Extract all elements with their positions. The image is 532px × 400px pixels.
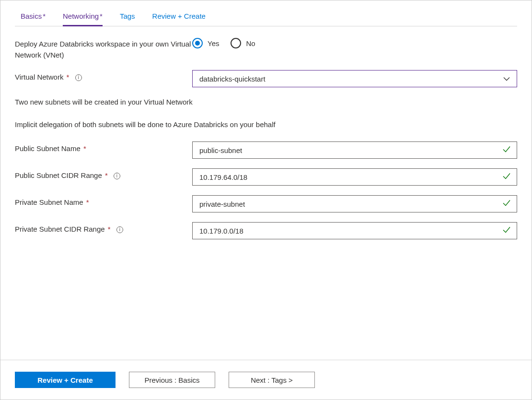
tab-basics[interactable]: Basics* [21, 12, 46, 26]
radio-icon [192, 38, 203, 48]
check-icon [502, 146, 511, 155]
required-marker: * [105, 171, 108, 179]
public-subnet-name-input[interactable]: public-subnet [192, 141, 517, 159]
public-subnet-cidr-value: 10.179.64.0/18 [199, 173, 247, 181]
row-private-subnet-cidr: Private Subnet CIDR Range * i 10.179.0.0… [15, 222, 517, 239]
review-create-button[interactable]: Review + Create [15, 372, 116, 388]
deploy-vnet-label: Deploy Azure Databricks workspace in you… [15, 37, 192, 60]
virtual-network-label: Virtual Network [15, 73, 63, 81]
info-icon[interactable]: i [75, 74, 82, 81]
required-marker: * [100, 12, 103, 20]
radio-label: Yes [208, 39, 219, 47]
chevron-down-icon [503, 75, 510, 83]
required-marker: * [43, 12, 46, 20]
public-subnet-cidr-input[interactable]: 10.179.64.0/18 [192, 168, 517, 186]
tab-label: Review + Create [152, 12, 206, 20]
page-frame: Basics* Networking* Tags Review + Create… [0, 0, 532, 400]
row-public-subnet-cidr: Public Subnet CIDR Range * i 10.179.64.0… [15, 168, 517, 186]
previous-button[interactable]: Previous : Basics [129, 372, 215, 388]
virtual-network-label-col: Virtual Network * i [15, 70, 192, 83]
required-marker: * [83, 144, 86, 153]
virtual-network-value: databricks-quickstart [199, 75, 266, 83]
info-icon[interactable]: i [116, 226, 123, 233]
private-subnet-name-value: private-subnet [199, 200, 245, 208]
private-subnet-name-label: Private Subnet Name [15, 198, 83, 206]
deploy-vnet-yes[interactable]: Yes [192, 38, 219, 48]
subnet-info-1: Two new subnets will be created in your … [15, 97, 517, 108]
check-icon [502, 173, 511, 182]
row-private-subnet-name: Private Subnet Name * private-subnet [15, 195, 517, 212]
row-virtual-network: Virtual Network * i databricks-quickstar… [15, 70, 517, 87]
tab-label: Tags [120, 12, 135, 20]
private-subnet-cidr-label-col: Private Subnet CIDR Range * i [15, 222, 192, 235]
row-public-subnet-name: Public Subnet Name * public-subnet [15, 141, 517, 159]
tab-review-create[interactable]: Review + Create [152, 12, 206, 26]
row-deploy-vnet: Deploy Azure Databricks workspace in you… [15, 37, 517, 60]
form-body: Deploy Azure Databricks workspace in you… [15, 26, 517, 239]
private-subnet-name-input[interactable]: private-subnet [192, 195, 517, 212]
tab-bar: Basics* Networking* Tags Review + Create [15, 0, 517, 26]
private-subnet-cidr-input[interactable]: 10.179.0.0/18 [192, 222, 517, 239]
private-subnet-name-label-col: Private Subnet Name * [15, 195, 192, 208]
public-subnet-name-label: Public Subnet Name [15, 144, 81, 153]
public-subnet-name-value: public-subnet [199, 146, 242, 154]
deploy-vnet-no[interactable]: No [231, 38, 255, 48]
required-marker: * [108, 225, 111, 233]
tab-networking[interactable]: Networking* [63, 12, 103, 26]
deploy-vnet-radio-group: Yes No [192, 37, 517, 48]
public-subnet-cidr-label-col: Public Subnet CIDR Range * i [15, 168, 192, 181]
previous-label: Previous : Basics [144, 376, 199, 384]
virtual-network-select[interactable]: databricks-quickstart [192, 70, 517, 87]
subnet-info-2: Implicit delegation of both subnets will… [15, 119, 517, 130]
radio-label: No [246, 39, 255, 47]
next-button[interactable]: Next : Tags > [229, 372, 315, 388]
footer-bar: Review + Create Previous : Basics Next :… [0, 360, 532, 400]
public-subnet-name-label-col: Public Subnet Name * [15, 141, 192, 154]
check-icon [502, 226, 511, 235]
private-subnet-cidr-label: Private Subnet CIDR Range [15, 225, 105, 233]
tab-label: Basics [21, 12, 42, 20]
check-icon [502, 200, 511, 209]
required-marker: * [67, 73, 69, 81]
required-marker: * [86, 198, 89, 206]
tab-label: Networking [63, 12, 99, 20]
radio-icon [231, 38, 241, 48]
next-label: Next : Tags > [251, 376, 293, 384]
info-icon[interactable]: i [114, 173, 120, 179]
tab-tags[interactable]: Tags [120, 12, 135, 26]
public-subnet-cidr-label: Public Subnet CIDR Range [15, 171, 102, 179]
review-create-label: Review + Create [37, 376, 93, 384]
private-subnet-cidr-value: 10.179.0.0/18 [199, 227, 243, 235]
